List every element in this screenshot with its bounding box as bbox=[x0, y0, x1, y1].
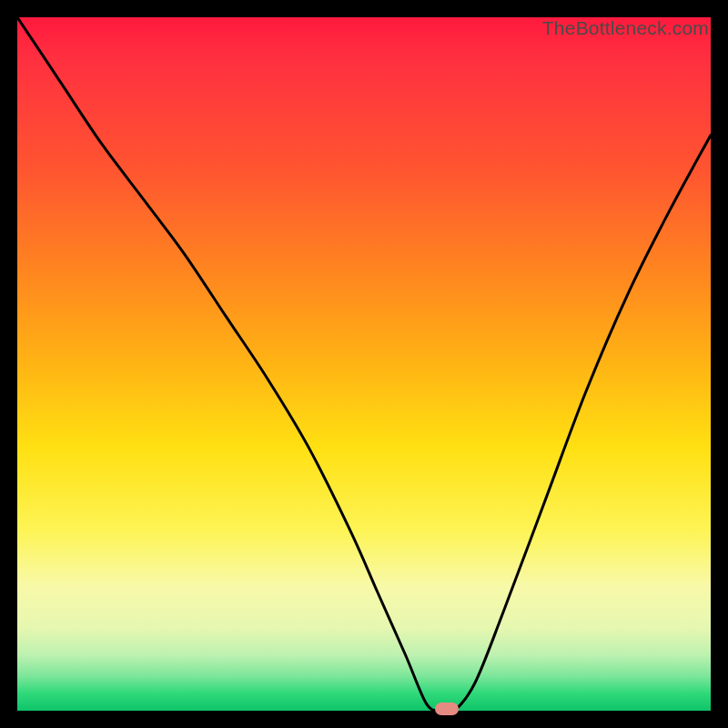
plot-area: TheBottleneck.com bbox=[17, 17, 711, 711]
bottleneck-curve bbox=[17, 17, 711, 711]
optimal-marker bbox=[435, 703, 459, 715]
chart-frame: TheBottleneck.com bbox=[0, 0, 728, 728]
